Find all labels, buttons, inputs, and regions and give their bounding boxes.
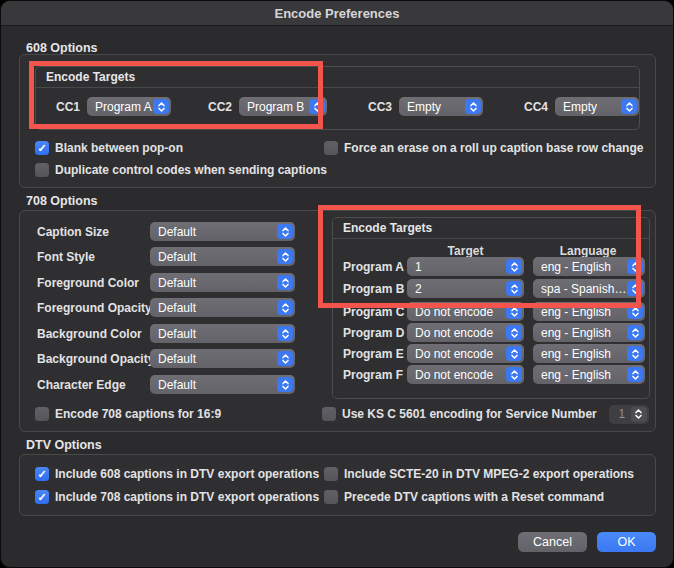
program-d-target-popup[interactable]: Do not encode <box>407 323 524 342</box>
program-d-language-popup[interactable]: eng - English <box>533 323 645 342</box>
group-708-options: Caption Size Default Font Style Default … <box>19 210 656 432</box>
chevron-updown-icon <box>627 281 643 296</box>
caption-size-label: Caption Size <box>37 225 150 239</box>
program-a-row: Program A 1 eng - English <box>343 257 645 276</box>
chevron-updown-icon <box>277 377 293 392</box>
program-c-language-popup[interactable]: eng - English <box>533 302 645 321</box>
program-f-target-popup[interactable]: Do not encode <box>407 365 524 384</box>
language-column-header: Language <box>532 244 644 258</box>
checkbox-icon <box>35 407 49 421</box>
cc1-field: CC1 Program A <box>56 97 171 116</box>
program-b-target-popup[interactable]: 2 <box>407 279 524 298</box>
cc4-popup[interactable]: Empty <box>555 97 639 116</box>
character-edge-popup[interactable]: Default <box>150 375 295 394</box>
section-header-dtv-options: DTV Options <box>26 438 102 452</box>
section-header-608-options: 608 Options <box>26 41 98 55</box>
foreground-opacity-popup[interactable]: Default <box>150 298 295 317</box>
encode-preferences-dialog: Encode Preferences 608 Options Encode Ta… <box>0 0 674 568</box>
character-edge-row: Character Edge Default <box>37 375 295 394</box>
chevron-updown-icon <box>277 275 293 290</box>
foreground-opacity-value: Default <box>158 301 277 315</box>
cc3-popup[interactable]: Empty <box>399 97 483 116</box>
include-scte20-checkbox[interactable]: Include SCTE-20 in DTV MPEG-2 export ope… <box>324 466 634 482</box>
cc2-field: CC2 Program B <box>208 97 327 116</box>
program-e-language-popup[interactable]: eng - English <box>533 344 645 363</box>
chevron-updown-icon <box>309 99 325 114</box>
program-d-target-value: Do not encode <box>415 326 506 340</box>
fieldset-title: Encode Targets <box>36 67 639 88</box>
background-color-label: Background Color <box>37 327 150 341</box>
program-f-target-value: Do not encode <box>415 368 506 382</box>
cc4-popup-value: Empty <box>563 100 621 114</box>
chevron-updown-icon <box>627 346 643 361</box>
cc2-popup[interactable]: Program B <box>239 97 327 116</box>
cc2-label: CC2 <box>208 100 232 114</box>
program-f-row: Program F Do not encode eng - English <box>343 365 645 384</box>
program-b-label: Program B <box>343 282 403 296</box>
ok-button[interactable]: OK <box>597 532 656 552</box>
program-f-language-popup[interactable]: eng - English <box>533 365 645 384</box>
font-style-row: Font Style Default <box>37 247 295 266</box>
include-708-dtv-checkbox[interactable]: Include 708 captions in DTV export opera… <box>35 489 319 505</box>
force-erase-rollup-checkbox[interactable]: Force an erase on a roll up caption base… <box>324 140 643 156</box>
program-b-row: Program B 2 spa - Spanish… <box>343 279 645 298</box>
character-edge-value: Default <box>158 378 277 392</box>
background-color-row: Background Color Default <box>37 324 295 343</box>
background-opacity-popup[interactable]: Default <box>150 349 295 368</box>
program-e-target-popup[interactable]: Do not encode <box>407 344 524 363</box>
encode-708-169-checkbox[interactable]: Encode 708 captions for 16:9 <box>35 406 221 422</box>
font-style-value: Default <box>158 250 277 264</box>
cc1-popup[interactable]: Program A <box>87 97 171 116</box>
background-opacity-row: Background Opacity Default <box>37 349 295 368</box>
program-d-language-value: eng - English <box>541 326 627 340</box>
chevron-updown-icon <box>506 367 522 382</box>
background-opacity-value: Default <box>158 352 277 366</box>
include-608-dtv-checkbox[interactable]: Include 608 captions in DTV export opera… <box>35 466 319 482</box>
program-f-language-value: eng - English <box>541 368 627 382</box>
chevron-updown-icon <box>621 99 637 114</box>
precede-reset-checkbox[interactable]: Precede DTV captions with a Reset comman… <box>324 489 604 505</box>
chevron-updown-icon <box>631 407 647 422</box>
program-e-label: Program E <box>343 347 403 361</box>
chevron-updown-icon <box>506 346 522 361</box>
cc1-label: CC1 <box>56 100 80 114</box>
program-a-language-value: eng - English <box>541 260 627 274</box>
chevron-updown-icon <box>627 259 643 274</box>
cc4-field: CC4 Empty <box>524 97 639 116</box>
caption-size-popup[interactable]: Default <box>150 222 295 241</box>
caption-size-row: Caption Size Default <box>37 222 295 241</box>
character-edge-label: Character Edge <box>37 378 150 392</box>
program-c-target-popup[interactable]: Do not encode <box>407 302 524 321</box>
program-f-label: Program F <box>343 368 403 382</box>
cancel-button[interactable]: Cancel <box>518 532 587 552</box>
blank-between-pop-on-checkbox[interactable]: Blank between pop-on <box>35 140 183 156</box>
chevron-updown-icon <box>506 304 522 319</box>
checkbox-icon <box>35 141 49 155</box>
duplicate-control-codes-checkbox[interactable]: Duplicate control codes when sending cap… <box>35 162 327 178</box>
foreground-color-label: Foreground Color <box>37 276 150 290</box>
program-a-language-popup[interactable]: eng - English <box>533 257 645 276</box>
program-b-language-popup[interactable]: spa - Spanish… <box>533 279 645 298</box>
checkbox-icon <box>35 163 49 177</box>
program-c-target-value: Do not encode <box>415 305 506 319</box>
foreground-color-value: Default <box>158 276 277 290</box>
program-b-language-value: spa - Spanish… <box>541 282 627 296</box>
font-style-label: Font Style <box>37 250 150 264</box>
program-d-label: Program D <box>343 326 403 340</box>
service-number-popup[interactable]: 1 <box>609 405 649 424</box>
fieldset-608-encode-targets: Encode Targets CC1 Program A CC2 Program… <box>35 66 640 130</box>
ksc5601-checkbox[interactable]: Use KS C 5601 encoding for Service Numbe… <box>322 406 649 422</box>
cc3-field: CC3 Empty <box>368 97 483 116</box>
target-column-header: Target <box>407 244 524 258</box>
background-color-popup[interactable]: Default <box>150 324 295 343</box>
background-color-value: Default <box>158 327 277 341</box>
background-opacity-label: Background Opacity <box>37 352 150 366</box>
foreground-color-popup[interactable]: Default <box>150 273 295 292</box>
program-c-label: Program C <box>343 305 403 319</box>
font-style-popup[interactable]: Default <box>150 247 295 266</box>
checkbox-icon <box>324 467 338 481</box>
program-a-target-popup[interactable]: 1 <box>407 257 524 276</box>
window-titlebar: Encode Preferences <box>1 1 673 26</box>
program-e-target-value: Do not encode <box>415 347 506 361</box>
cc1-popup-value: Program A <box>95 100 153 114</box>
